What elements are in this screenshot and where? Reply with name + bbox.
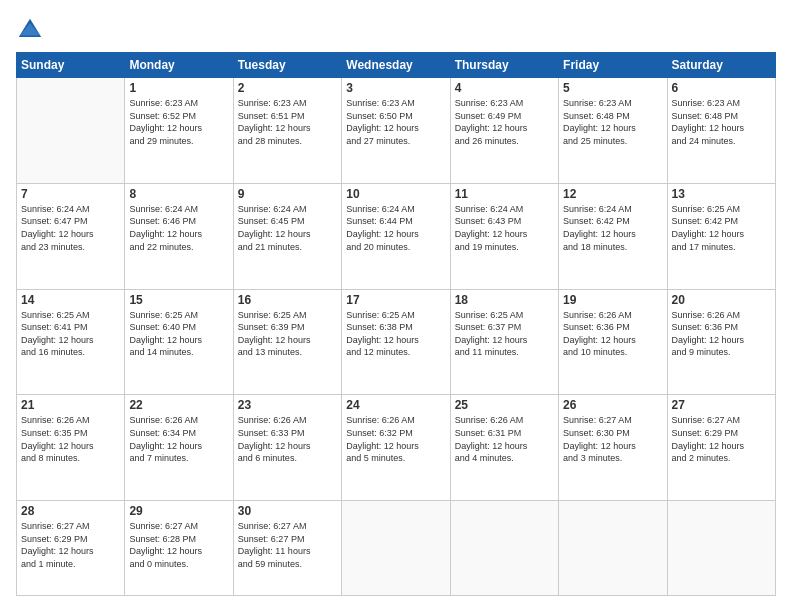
calendar-cell: 4Sunrise: 6:23 AM Sunset: 6:49 PM Daylig… xyxy=(450,78,558,184)
day-info: Sunrise: 6:23 AM Sunset: 6:50 PM Dayligh… xyxy=(346,97,445,147)
day-number: 5 xyxy=(563,81,662,95)
calendar-cell: 20Sunrise: 6:26 AM Sunset: 6:36 PM Dayli… xyxy=(667,289,775,395)
day-number: 10 xyxy=(346,187,445,201)
day-info: Sunrise: 6:27 AM Sunset: 6:30 PM Dayligh… xyxy=(563,414,662,464)
day-info: Sunrise: 6:26 AM Sunset: 6:36 PM Dayligh… xyxy=(563,309,662,359)
day-number: 13 xyxy=(672,187,771,201)
day-info: Sunrise: 6:25 AM Sunset: 6:42 PM Dayligh… xyxy=(672,203,771,253)
day-number: 7 xyxy=(21,187,120,201)
calendar-cell: 30Sunrise: 6:27 AM Sunset: 6:27 PM Dayli… xyxy=(233,501,341,596)
day-info: Sunrise: 6:27 AM Sunset: 6:29 PM Dayligh… xyxy=(21,520,120,570)
calendar-cell: 7Sunrise: 6:24 AM Sunset: 6:47 PM Daylig… xyxy=(17,183,125,289)
calendar-cell: 17Sunrise: 6:25 AM Sunset: 6:38 PM Dayli… xyxy=(342,289,450,395)
calendar-cell: 28Sunrise: 6:27 AM Sunset: 6:29 PM Dayli… xyxy=(17,501,125,596)
day-info: Sunrise: 6:23 AM Sunset: 6:51 PM Dayligh… xyxy=(238,97,337,147)
day-number: 21 xyxy=(21,398,120,412)
weekday-header-sunday: Sunday xyxy=(17,53,125,78)
day-info: Sunrise: 6:24 AM Sunset: 6:47 PM Dayligh… xyxy=(21,203,120,253)
day-number: 17 xyxy=(346,293,445,307)
day-number: 30 xyxy=(238,504,337,518)
day-info: Sunrise: 6:23 AM Sunset: 6:48 PM Dayligh… xyxy=(563,97,662,147)
svg-marker-1 xyxy=(20,23,40,36)
week-row-3: 14Sunrise: 6:25 AM Sunset: 6:41 PM Dayli… xyxy=(17,289,776,395)
day-number: 29 xyxy=(129,504,228,518)
day-info: Sunrise: 6:24 AM Sunset: 6:44 PM Dayligh… xyxy=(346,203,445,253)
day-number: 20 xyxy=(672,293,771,307)
weekday-header-tuesday: Tuesday xyxy=(233,53,341,78)
day-number: 23 xyxy=(238,398,337,412)
calendar-cell: 25Sunrise: 6:26 AM Sunset: 6:31 PM Dayli… xyxy=(450,395,558,501)
day-info: Sunrise: 6:24 AM Sunset: 6:43 PM Dayligh… xyxy=(455,203,554,253)
logo xyxy=(16,16,48,44)
day-info: Sunrise: 6:26 AM Sunset: 6:33 PM Dayligh… xyxy=(238,414,337,464)
calendar-cell xyxy=(450,501,558,596)
day-number: 3 xyxy=(346,81,445,95)
calendar-cell xyxy=(17,78,125,184)
day-number: 27 xyxy=(672,398,771,412)
day-number: 12 xyxy=(563,187,662,201)
calendar-cell: 1Sunrise: 6:23 AM Sunset: 6:52 PM Daylig… xyxy=(125,78,233,184)
calendar-cell: 8Sunrise: 6:24 AM Sunset: 6:46 PM Daylig… xyxy=(125,183,233,289)
weekday-header-saturday: Saturday xyxy=(667,53,775,78)
calendar-cell: 29Sunrise: 6:27 AM Sunset: 6:28 PM Dayli… xyxy=(125,501,233,596)
day-number: 26 xyxy=(563,398,662,412)
day-info: Sunrise: 6:23 AM Sunset: 6:48 PM Dayligh… xyxy=(672,97,771,147)
weekday-header-monday: Monday xyxy=(125,53,233,78)
day-number: 28 xyxy=(21,504,120,518)
calendar-cell: 11Sunrise: 6:24 AM Sunset: 6:43 PM Dayli… xyxy=(450,183,558,289)
day-number: 18 xyxy=(455,293,554,307)
day-info: Sunrise: 6:27 AM Sunset: 6:29 PM Dayligh… xyxy=(672,414,771,464)
calendar-cell: 12Sunrise: 6:24 AM Sunset: 6:42 PM Dayli… xyxy=(559,183,667,289)
day-info: Sunrise: 6:27 AM Sunset: 6:28 PM Dayligh… xyxy=(129,520,228,570)
day-info: Sunrise: 6:23 AM Sunset: 6:49 PM Dayligh… xyxy=(455,97,554,147)
calendar-cell: 5Sunrise: 6:23 AM Sunset: 6:48 PM Daylig… xyxy=(559,78,667,184)
day-number: 24 xyxy=(346,398,445,412)
day-number: 9 xyxy=(238,187,337,201)
calendar-cell: 2Sunrise: 6:23 AM Sunset: 6:51 PM Daylig… xyxy=(233,78,341,184)
calendar-cell: 19Sunrise: 6:26 AM Sunset: 6:36 PM Dayli… xyxy=(559,289,667,395)
day-info: Sunrise: 6:25 AM Sunset: 6:40 PM Dayligh… xyxy=(129,309,228,359)
calendar-cell: 10Sunrise: 6:24 AM Sunset: 6:44 PM Dayli… xyxy=(342,183,450,289)
day-number: 22 xyxy=(129,398,228,412)
calendar-cell: 21Sunrise: 6:26 AM Sunset: 6:35 PM Dayli… xyxy=(17,395,125,501)
calendar-cell: 24Sunrise: 6:26 AM Sunset: 6:32 PM Dayli… xyxy=(342,395,450,501)
calendar-cell xyxy=(342,501,450,596)
calendar-cell xyxy=(559,501,667,596)
header xyxy=(16,16,776,44)
day-number: 16 xyxy=(238,293,337,307)
weekday-header-wednesday: Wednesday xyxy=(342,53,450,78)
calendar-cell: 15Sunrise: 6:25 AM Sunset: 6:40 PM Dayli… xyxy=(125,289,233,395)
day-info: Sunrise: 6:26 AM Sunset: 6:32 PM Dayligh… xyxy=(346,414,445,464)
day-number: 1 xyxy=(129,81,228,95)
day-info: Sunrise: 6:25 AM Sunset: 6:41 PM Dayligh… xyxy=(21,309,120,359)
day-number: 11 xyxy=(455,187,554,201)
week-row-1: 1Sunrise: 6:23 AM Sunset: 6:52 PM Daylig… xyxy=(17,78,776,184)
day-number: 8 xyxy=(129,187,228,201)
calendar-cell: 18Sunrise: 6:25 AM Sunset: 6:37 PM Dayli… xyxy=(450,289,558,395)
calendar-cell: 26Sunrise: 6:27 AM Sunset: 6:30 PM Dayli… xyxy=(559,395,667,501)
day-number: 2 xyxy=(238,81,337,95)
calendar-cell: 22Sunrise: 6:26 AM Sunset: 6:34 PM Dayli… xyxy=(125,395,233,501)
calendar-cell: 3Sunrise: 6:23 AM Sunset: 6:50 PM Daylig… xyxy=(342,78,450,184)
day-info: Sunrise: 6:26 AM Sunset: 6:36 PM Dayligh… xyxy=(672,309,771,359)
page: SundayMondayTuesdayWednesdayThursdayFrid… xyxy=(0,0,792,612)
day-info: Sunrise: 6:24 AM Sunset: 6:42 PM Dayligh… xyxy=(563,203,662,253)
weekday-header-friday: Friday xyxy=(559,53,667,78)
week-row-4: 21Sunrise: 6:26 AM Sunset: 6:35 PM Dayli… xyxy=(17,395,776,501)
day-number: 19 xyxy=(563,293,662,307)
day-info: Sunrise: 6:24 AM Sunset: 6:45 PM Dayligh… xyxy=(238,203,337,253)
calendar-cell: 23Sunrise: 6:26 AM Sunset: 6:33 PM Dayli… xyxy=(233,395,341,501)
day-info: Sunrise: 6:25 AM Sunset: 6:39 PM Dayligh… xyxy=(238,309,337,359)
day-number: 25 xyxy=(455,398,554,412)
week-row-5: 28Sunrise: 6:27 AM Sunset: 6:29 PM Dayli… xyxy=(17,501,776,596)
day-number: 14 xyxy=(21,293,120,307)
day-info: Sunrise: 6:27 AM Sunset: 6:27 PM Dayligh… xyxy=(238,520,337,570)
calendar-cell: 14Sunrise: 6:25 AM Sunset: 6:41 PM Dayli… xyxy=(17,289,125,395)
logo-icon xyxy=(16,16,44,44)
day-number: 4 xyxy=(455,81,554,95)
calendar-cell: 27Sunrise: 6:27 AM Sunset: 6:29 PM Dayli… xyxy=(667,395,775,501)
day-info: Sunrise: 6:26 AM Sunset: 6:35 PM Dayligh… xyxy=(21,414,120,464)
weekday-header-thursday: Thursday xyxy=(450,53,558,78)
day-info: Sunrise: 6:26 AM Sunset: 6:31 PM Dayligh… xyxy=(455,414,554,464)
day-info: Sunrise: 6:24 AM Sunset: 6:46 PM Dayligh… xyxy=(129,203,228,253)
